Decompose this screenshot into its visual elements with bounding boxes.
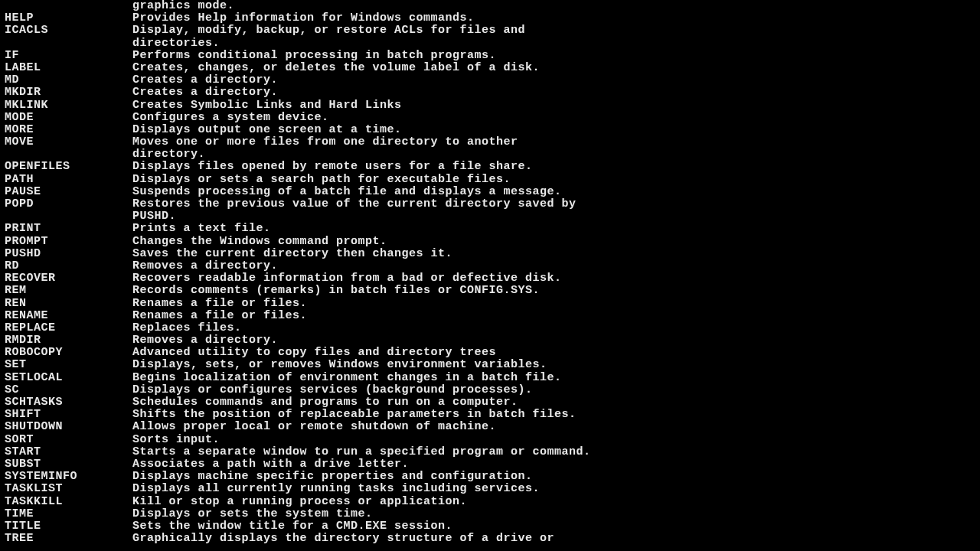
command-description: Provides Help information for Windows co… (132, 12, 975, 24)
help-line: MKLINKCreates Symbolic Links and Hard Li… (5, 99, 975, 112)
command-description: Configures a system device. (132, 112, 975, 124)
command-name: START (5, 446, 132, 458)
help-line: MOREDisplays output one screen at a time… (5, 124, 975, 136)
command-description: Displays or sets a search path for execu… (132, 174, 975, 186)
help-line: SHUTDOWNAllows proper local or remote sh… (5, 421, 975, 433)
command-name: PRINT (5, 223, 132, 235)
command-name (5, 210, 132, 223)
command-description: Suspends processing of a batch file and … (132, 186, 975, 198)
help-line: TREEGraphically displays the directory s… (5, 533, 975, 545)
command-description: Removes a directory. (132, 260, 975, 272)
command-description: Displays all currently running tasks inc… (132, 483, 975, 495)
command-description: Recovers readable information from a bad… (132, 272, 975, 285)
help-line: RMDIRRemoves a directory. (5, 334, 975, 347)
command-name: POPD (5, 198, 132, 210)
command-name: TITLE (5, 520, 132, 533)
command-name: IF (5, 50, 132, 62)
command-name: PATH (5, 174, 132, 186)
help-line: RDRemoves a directory. (5, 260, 975, 272)
command-name: SET (5, 359, 132, 371)
command-name: SYSTEMINFO (5, 471, 132, 483)
help-line: graphics mode. (5, 0, 975, 12)
help-line: IFPerforms conditional processing in bat… (5, 50, 975, 62)
help-line: SCDisplays or configures services (backg… (5, 384, 975, 396)
command-description: directories. (132, 37, 975, 50)
command-name: OPENFILES (5, 161, 132, 173)
command-description: Restores the previous value of the curre… (132, 198, 975, 210)
help-line: POPDRestores the previous value of the c… (5, 198, 975, 210)
command-description: Removes a directory. (132, 334, 975, 347)
command-description: Begins localization of environment chang… (132, 372, 975, 384)
command-description: Renames a file or files. (132, 310, 975, 322)
command-description: Advanced utility to copy files and direc… (132, 347, 975, 359)
command-name: LABEL (5, 62, 132, 74)
help-line: HELPProvides Help information for Window… (5, 12, 975, 24)
command-name: MORE (5, 124, 132, 136)
command-name: RECOVER (5, 272, 132, 285)
command-description: Kill or stop a running process or applic… (132, 496, 975, 508)
help-line: SUBSTAssociates a path with a drive lett… (5, 458, 975, 471)
command-description: Allows proper local or remote shutdown o… (132, 421, 975, 433)
command-description: Displays or sets the system time. (132, 508, 975, 520)
help-line: PUSHD. (5, 210, 975, 223)
command-name: ROBOCOPY (5, 347, 132, 359)
command-name: RENAME (5, 310, 132, 322)
help-line: PRINTPrints a text file. (5, 223, 975, 235)
command-name: PROMPT (5, 236, 132, 248)
command-name: SETLOCAL (5, 372, 132, 384)
help-line: STARTStarts a separate window to run a s… (5, 446, 975, 458)
command-name: TASKLIST (5, 483, 132, 495)
command-description: directory. (132, 148, 975, 161)
command-description: Creates a directory. (132, 86, 975, 99)
command-description: Creates a directory. (132, 74, 975, 86)
command-description: Renames a file or files. (132, 298, 975, 310)
command-name (5, 37, 132, 50)
help-line: LABELCreates, changes, or deletes the vo… (5, 62, 975, 74)
help-line: MOVEMoves one or more files from one dir… (5, 136, 975, 148)
command-name: MOVE (5, 136, 132, 148)
command-name: REM (5, 285, 132, 297)
command-description: Records comments (remarks) in batch file… (132, 285, 975, 297)
help-line: SHIFTShifts the position of replaceable … (5, 409, 975, 421)
command-name: TASKKILL (5, 496, 132, 508)
command-name: MODE (5, 112, 132, 124)
command-description: PUSHD. (132, 210, 975, 223)
command-description: Performs conditional processing in batch… (132, 50, 975, 62)
command-description: Sets the window title for a CMD.EXE sess… (132, 520, 975, 533)
help-line: MODEConfigures a system device. (5, 112, 975, 124)
help-line: SCHTASKSSchedules commands and programs … (5, 396, 975, 409)
help-line: SETDisplays, sets, or removes Windows en… (5, 359, 975, 371)
command-name: MKLINK (5, 99, 132, 112)
command-description: Shifts the position of replaceable param… (132, 409, 975, 421)
command-description: Display, modify, backup, or restore ACLs… (132, 24, 975, 37)
help-line: TIMEDisplays or sets the system time. (5, 508, 975, 520)
help-line: OPENFILESDisplays files opened by remote… (5, 161, 975, 173)
command-description: Graphically displays the directory struc… (132, 533, 975, 545)
command-name (5, 148, 132, 161)
command-name: SHIFT (5, 409, 132, 421)
command-description: Associates a path with a drive letter. (132, 458, 975, 471)
command-description: Creates Symbolic Links and Hard Links (132, 99, 975, 112)
command-name: RD (5, 260, 132, 272)
command-name: PUSHD (5, 248, 132, 260)
help-line: PUSHDSaves the current directory then ch… (5, 248, 975, 260)
help-line: ICACLSDisplay, modify, backup, or restor… (5, 24, 975, 37)
help-line: TITLESets the window title for a CMD.EXE… (5, 520, 975, 533)
command-description: Displays machine specific properties and… (132, 471, 975, 483)
command-name: RMDIR (5, 334, 132, 347)
command-name: MKDIR (5, 86, 132, 99)
command-description: Displays or configures services (backgro… (132, 384, 975, 396)
terminal-output: graphics mode.HELPProvides Help informat… (5, 0, 975, 545)
help-line: SYSTEMINFODisplays machine specific prop… (5, 471, 975, 483)
command-description: Replaces files. (132, 322, 975, 334)
command-description: Displays, sets, or removes Windows envir… (132, 359, 975, 371)
command-name: TIME (5, 508, 132, 520)
help-line: PROMPTChanges the Windows command prompt… (5, 236, 975, 248)
help-line: directory. (5, 148, 975, 161)
command-description: graphics mode. (132, 0, 975, 12)
command-description: Prints a text file. (132, 223, 975, 235)
command-description: Changes the Windows command prompt. (132, 236, 975, 248)
command-description: Displays output one screen at a time. (132, 124, 975, 136)
help-line: REMRecords comments (remarks) in batch f… (5, 285, 975, 297)
help-line: PAUSESuspends processing of a batch file… (5, 186, 975, 198)
